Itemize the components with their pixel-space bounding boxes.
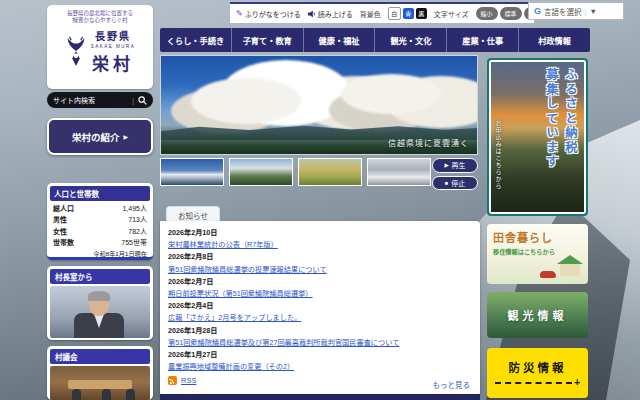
font-normal-button[interactable]: 標準 — [500, 7, 522, 20]
population-label: 世帯数 — [53, 237, 74, 247]
news-more-link[interactable]: もっと見る — [433, 379, 471, 390]
furusato-line2: 募集しています — [542, 68, 561, 210]
house-icon — [560, 264, 580, 276]
furusato-banner-subtext: お申込みはこちらから — [494, 120, 503, 190]
stop-label: 停止 — [451, 178, 465, 188]
population-value: 713人 — [128, 214, 147, 224]
news-date: 2026年1月28日 — [168, 325, 472, 337]
slideshow-thumbnail[interactable] — [229, 158, 293, 186]
language-select-label: 言語を選択 — [544, 6, 582, 17]
slideshow-thumbnail[interactable] — [160, 158, 224, 186]
bg-white-button[interactable]: 白 — [388, 7, 401, 20]
nav-item-kurashi[interactable]: くらし・手続き — [160, 28, 231, 52]
site-logo-card[interactable]: 長野県の最北端に位置する 緑豊かな心やすらぐ村 長野県 SAKAE MURA 栄… — [47, 5, 153, 89]
news-date: 2026年2月8日 — [168, 251, 472, 263]
village-intro-label: 栄村の紹介 — [72, 130, 120, 144]
news-link[interactable]: 農業振興地域整備計画の変更（その2） — [168, 361, 472, 373]
search-icon[interactable] — [138, 96, 147, 105]
news-card: 2026年2月10日 栄村農林業統計の公表（R7年版） 2026年2月8日 第5… — [160, 221, 480, 396]
cloud-shape — [191, 78, 301, 124]
nav-item-kosodate[interactable]: 子育て・教育 — [231, 28, 303, 52]
furusato-banner-text: ふるさと納税 募集しています — [542, 68, 580, 210]
site-tagline-line1: 長野県の最北端に位置する — [47, 10, 153, 17]
rss-icon[interactable] — [168, 376, 177, 385]
speaker-icon — [308, 10, 316, 18]
council-photo — [50, 366, 150, 400]
stop-button[interactable]: ■ 停止 — [432, 176, 478, 191]
tourism-info-banner[interactable]: 観光情報 — [487, 292, 588, 338]
population-card: 人口と世帯数 総人口 1,495人 男性 713人 女性 782人 世帯数 75… — [47, 183, 153, 260]
council-photo-shape — [68, 380, 132, 389]
play-button[interactable]: ▶ 再生 — [432, 158, 478, 173]
bg-blue-button[interactable]: 青 — [403, 8, 414, 19]
news-link[interactable]: 第51回衆議院議員総選挙及び第27回最高裁判所裁判官国民審査について — [168, 337, 472, 349]
news-date: 2026年2月4日 — [168, 300, 472, 312]
population-label: 総人口 — [53, 203, 74, 213]
plus-icon: + — [574, 379, 580, 387]
pencil-icon: ✎ — [236, 9, 243, 18]
slideshow-thumbnail[interactable] — [298, 158, 362, 186]
mayor-section[interactable]: 村長室から — [47, 266, 153, 340]
tourism-info-label: 観光情報 — [508, 307, 568, 323]
rss-link[interactable]: RSS — [181, 376, 196, 385]
bg-color-options: 白 青 黒 — [388, 7, 427, 20]
furusato-line1: ふるさと納税 — [561, 68, 580, 210]
disaster-info-label: 防災情報 — [509, 359, 567, 375]
furigana-label: ふりがなをつける — [245, 9, 301, 19]
mayor-section-title: 村長室から — [50, 269, 150, 284]
slideshow-thumbnail[interactable] — [367, 158, 431, 186]
language-select[interactable]: G 言語を選択 | ▼ — [528, 2, 624, 20]
village-emblem-icon — [65, 37, 87, 67]
dashed-line: + — [495, 379, 580, 387]
nav-item-kanko[interactable]: 観光・文化 — [374, 28, 446, 52]
council-section-title: 村議会 — [50, 349, 150, 364]
google-icon: G — [534, 6, 541, 16]
font-smaller-button[interactable]: 縮小 — [476, 7, 498, 20]
nav-item-sangyo[interactable]: 産業・仕事 — [446, 28, 518, 52]
search-placeholder: サイト内検索 — [53, 95, 132, 105]
council-photo-shape — [126, 389, 135, 400]
population-row: 総人口 1,495人 — [50, 201, 150, 213]
council-photo-shape — [102, 389, 111, 400]
population-label: 女性 — [53, 226, 67, 236]
news-link[interactable]: 広報「さかえ」2月号をアップしました。 — [168, 312, 472, 324]
disaster-info-banner[interactable]: 防災情報 + — [487, 348, 588, 398]
play-icon: ▶ — [444, 162, 448, 168]
play-label: 再生 — [452, 160, 466, 170]
bg-black-button[interactable]: 黒 — [416, 8, 427, 19]
site-tagline-line2: 緑豊かな心やすらぐ村 — [47, 17, 153, 24]
village-intro-button[interactable]: 栄村の紹介 ▶ — [47, 118, 153, 155]
house-icon — [557, 255, 583, 264]
slideshow-main-photo: 信越県境に夏雲湧く — [160, 55, 478, 155]
slideshow-caption: 信越県境に夏雲湧く — [388, 137, 469, 148]
village-name: 栄村 — [91, 50, 136, 75]
rural-life-title: 田舎暮らし — [493, 229, 582, 245]
divider: | — [585, 7, 587, 16]
bg-color-label: 背景色 — [360, 9, 381, 19]
stop-icon: ■ — [445, 180, 448, 186]
council-section[interactable]: 村議会 — [47, 346, 153, 400]
page-background: ✎ ふりがなをつける 読み上げる 背景色 白 青 黒 文字サイズ 縮小 標準 拡… — [0, 0, 640, 400]
site-search-input[interactable]: サイト内検索 | — [47, 92, 153, 108]
news-link[interactable]: 第51回衆議院議員総選挙の投票速報結果について — [168, 264, 472, 276]
mayor-photo — [50, 286, 150, 338]
slideshow-controls: ▶ 再生 ■ 停止 — [432, 158, 478, 190]
main-navigation: くらし・手続き 子育て・教育 健康・福祉 観光・文化 産業・仕事 村政情報 — [160, 28, 590, 52]
footer-edge — [160, 394, 480, 400]
furigana-button[interactable]: ✎ ふりがなをつける — [236, 9, 301, 19]
slideshow-thumbnails — [160, 158, 431, 186]
nav-item-kenko[interactable]: 健康・福祉 — [303, 28, 375, 52]
news-link[interactable]: 期日前投票状況（第51回衆議院議員総選挙） — [168, 288, 472, 300]
population-value: 1,495人 — [122, 203, 147, 213]
news-link[interactable]: 栄村農林業統計の公表（R7年版） — [168, 239, 472, 251]
population-asof-date: 令和8年1月1日現在 — [50, 247, 150, 258]
caret-down-icon: ▼ — [589, 7, 596, 16]
population-title: 人口と世帯数 — [50, 186, 150, 201]
car-icon — [540, 271, 556, 278]
rural-life-banner[interactable]: 田舎暮らし 移住情報はこちらから — [487, 224, 588, 284]
furusato-tax-banner[interactable]: ふるさと納税 募集しています お申込みはこちらから — [487, 58, 588, 216]
read-aloud-button[interactable]: 読み上げる — [308, 9, 353, 19]
nav-item-sonsei[interactable]: 村政情報 — [518, 28, 590, 52]
population-value: 782人 — [128, 226, 147, 236]
council-photo-shape — [72, 389, 81, 400]
